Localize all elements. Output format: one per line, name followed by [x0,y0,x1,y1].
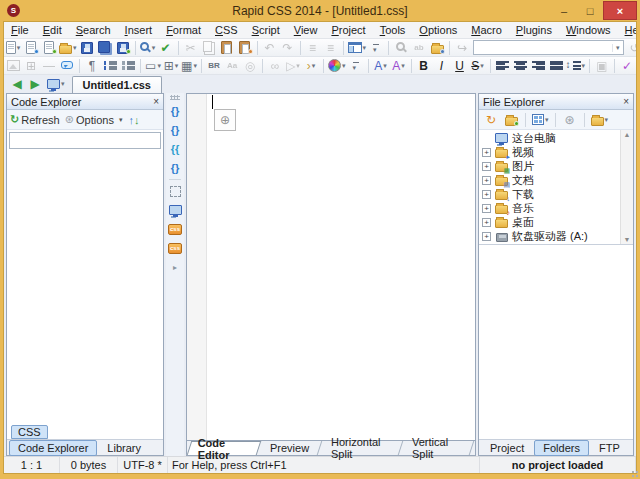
format-code[interactable]: ♦ [636,57,637,74]
minimize-button[interactable]: – [551,2,577,19]
expand-icon[interactable]: + [482,148,491,157]
tree-item-this-pc[interactable]: 这台电脑 [479,131,620,145]
save-copy[interactable] [96,39,114,56]
font-color[interactable]: A▾ [372,57,390,74]
menu-format[interactable]: Format [159,23,208,37]
insert-script[interactable]: ›▾ [302,57,320,74]
menu-project[interactable]: Project [324,23,372,37]
menu-plugins[interactable]: Plugins [509,23,559,37]
sort-icon[interactable]: ↑↓ [128,114,139,126]
expand-icon[interactable]: + [482,190,491,199]
toolbar-overflow-1[interactable] [367,39,385,56]
delete-style[interactable]: {} [167,160,183,176]
find-in-files[interactable] [428,39,446,56]
tree-item-music[interactable]: +♪音乐 [479,201,620,215]
tab-horizontal-split[interactable]: Horizontal Split [321,441,404,455]
line-break[interactable]: BR [205,57,223,74]
toolbar-overflow-3[interactable] [347,57,365,74]
expand-icon[interactable]: + [482,218,491,227]
code-editor[interactable]: ⊕ [186,93,476,441]
folder-menu[interactable]: ▾ [590,111,610,128]
tree-item-downloads[interactable]: +↓下载 [479,187,620,201]
close-button[interactable]: × [603,1,637,20]
tree-item-documents[interactable]: +▤文档 [479,173,620,187]
menu-help[interactable]: Help [618,23,637,37]
bold[interactable]: B [415,57,433,74]
bullet-list[interactable] [101,57,119,74]
italic[interactable]: I [433,57,451,74]
edit-template[interactable] [40,39,58,56]
save-file[interactable] [78,39,96,56]
numbered-list[interactable] [119,57,137,74]
expand-icon[interactable]: + [482,232,491,241]
tab-untitled1-css[interactable]: Untitled1.css [72,76,162,93]
tab-preview[interactable]: Preview [260,441,323,455]
resize-grip[interactable] [631,470,639,478]
code-explorer-filter-input[interactable] [9,132,161,149]
paragraph-marks[interactable]: ¶ [83,57,101,74]
tree-item-pictures[interactable]: +▦图片 [479,159,620,173]
menu-insert[interactable]: Insert [118,23,160,37]
edit-style[interactable]: {} [167,122,183,138]
menu-options[interactable]: Options [412,23,464,37]
paste[interactable] [218,39,236,56]
nav-forward[interactable]: ▶ [26,76,44,92]
open-documents-list[interactable]: ▾ [44,76,68,92]
wrap-in-style[interactable]: {{ [167,141,183,157]
menu-view[interactable]: View [287,23,325,37]
insert-form[interactable]: ▦▾ [180,57,198,74]
panel-layout[interactable]: ▾ [347,39,368,56]
new-web-document[interactable] [22,39,40,56]
search-input[interactable] [474,41,612,54]
nav-back[interactable]: ◀ [8,76,26,92]
new-document[interactable]: ▾ [4,39,22,56]
expand-icon[interactable]: + [482,176,491,185]
expand-icon[interactable]: + [482,204,491,213]
new-style[interactable]: {} [167,103,183,119]
file-list-area[interactable] [479,245,633,439]
preview-in-browser[interactable]: ▾ [139,39,157,56]
options-button[interactable]: Options [76,114,114,126]
maximize-button[interactable]: □ [577,2,603,19]
paste-code[interactable] [236,39,254,56]
tree-item-desktop[interactable]: +桌面 [479,215,620,229]
insert-table-menu[interactable]: ⊞▾ [162,57,180,74]
tree-scrollbar[interactable]: ▲ ▼ [620,130,633,244]
file-explorer-close-icon[interactable]: × [623,96,629,107]
tree-item-videos[interactable]: +▸视频 [479,145,620,159]
color-picker[interactable]: ▾ [327,57,347,74]
view-mode[interactable]: ▾ [531,111,550,128]
tab-code-explorer[interactable]: Code Explorer [9,440,97,456]
open-file[interactable]: ▾ [58,39,78,56]
menu-css[interactable]: CSS [208,23,245,37]
validate-css[interactable]: css [167,221,183,237]
expand-icon[interactable]: + [482,162,491,171]
css-check[interactable]: ✓ [618,57,636,74]
editor-text-area[interactable]: ⊕ [207,94,475,440]
save-all[interactable] [114,39,132,56]
select-parent-tag[interactable] [167,183,183,199]
code-explorer-list[interactable] [7,151,163,424]
tab-css[interactable]: CSS [11,425,48,439]
line-spacing[interactable]: ▾ [566,57,587,74]
menu-file[interactable]: File [4,23,36,37]
side-toolbar-collapse-handle[interactable]: ▸ [173,263,177,272]
spell-check[interactable]: ✔ [157,39,175,56]
menu-search[interactable]: Search [69,23,118,37]
tab-library[interactable]: Library [98,440,150,456]
insert-comment[interactable] [58,57,76,74]
tab-code-editor[interactable]: Code Editor [187,441,262,455]
menu-script[interactable]: Script [245,23,287,37]
tab-project[interactable]: Project [481,440,533,456]
scroll-up-icon[interactable]: ▲ [624,131,631,138]
menu-macro[interactable]: Macro [464,23,509,37]
code-explorer-close-icon[interactable]: × [153,96,159,107]
menu-edit[interactable]: Edit [36,23,69,37]
highlight-color[interactable]: A▾ [390,57,408,74]
tree-item-floppy-a[interactable]: +软盘驱动器 (A:) [479,229,620,243]
menu-tools[interactable]: Tools [373,23,413,37]
align-right[interactable] [530,57,548,74]
align-justify[interactable] [548,57,566,74]
tab-vertical-split[interactable]: Vertical Split [402,441,474,455]
explorer-settings[interactable]: ⊛ [561,111,579,128]
